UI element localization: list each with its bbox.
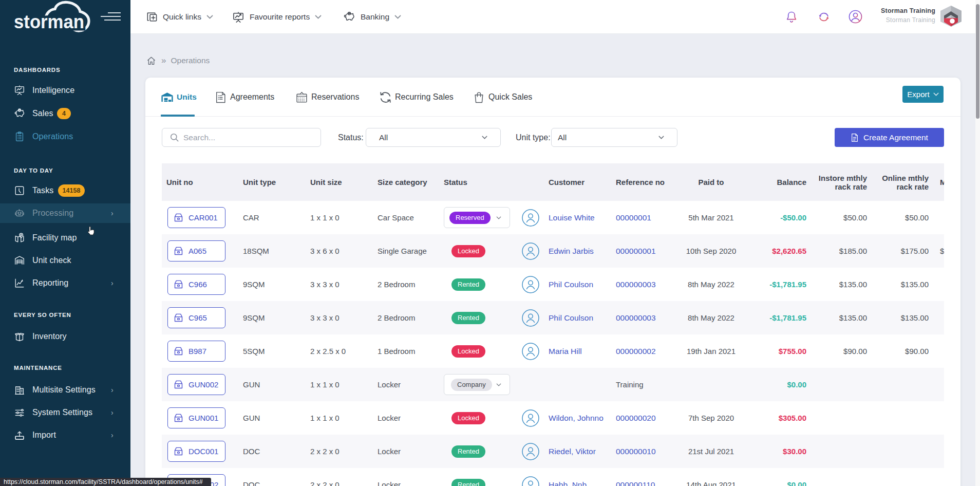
svg-text:storman: storman (14, 11, 84, 32)
